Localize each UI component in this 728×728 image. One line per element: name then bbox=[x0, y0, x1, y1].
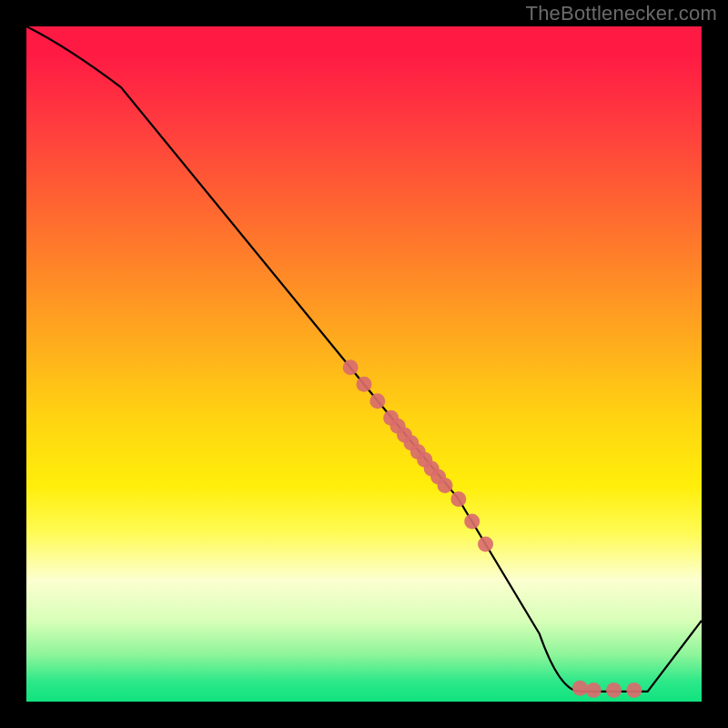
data-marker bbox=[450, 491, 466, 507]
data-marker bbox=[572, 681, 588, 696]
data-marker bbox=[357, 377, 372, 392]
data-marker bbox=[438, 478, 453, 493]
data-marker bbox=[478, 537, 493, 552]
watermark-text: TheBottlenecker.com bbox=[526, 2, 717, 25]
data-marker bbox=[586, 682, 602, 698]
data-marker bbox=[464, 513, 480, 529]
data-marker bbox=[343, 359, 359, 375]
data-marker bbox=[369, 393, 385, 409]
plot-area bbox=[26, 26, 702, 702]
chart-frame: TheBottlenecker.com bbox=[0, 0, 728, 728]
chart-svg bbox=[26, 26, 702, 702]
data-marker bbox=[606, 682, 622, 698]
bottleneck-curve bbox=[26, 26, 702, 692]
data-marker bbox=[626, 682, 642, 698]
data-markers bbox=[343, 359, 642, 698]
